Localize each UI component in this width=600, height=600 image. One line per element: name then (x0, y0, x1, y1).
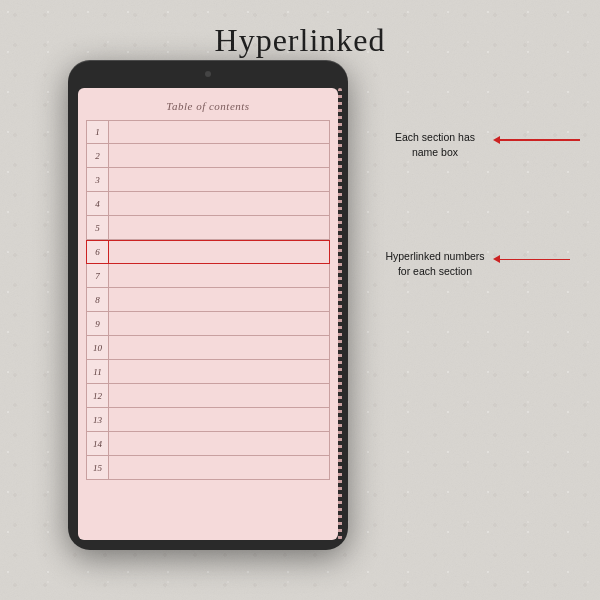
toc-row: 12 (86, 384, 330, 408)
toc-row: 3 (86, 168, 330, 192)
toc-row-number: 14 (87, 432, 109, 455)
toc-row: 2 (86, 144, 330, 168)
toc-row-number: 6 (87, 241, 109, 263)
tablet: Table of contents 123456789101112131415 (68, 60, 348, 550)
toc-row-content (109, 144, 329, 167)
toc-row-number: 9 (87, 312, 109, 335)
page-title: Hyperlinked (0, 0, 600, 59)
tablet-camera (205, 71, 211, 77)
annotation-name-box: Each section has name box (385, 130, 580, 159)
toc-row-content (109, 456, 329, 479)
toc-row-content (109, 241, 329, 263)
toc-row: 7 (86, 264, 330, 288)
toc-row-content (109, 192, 329, 215)
annotation-name-box-arrow (493, 136, 580, 144)
annotation-name-box-text: Each section has name box (385, 130, 485, 159)
toc-row-number: 8 (87, 288, 109, 311)
toc-row: 15 (86, 456, 330, 480)
toc-row-content (109, 312, 329, 335)
arrowhead-icon-2 (493, 255, 500, 263)
toc-row: 4 (86, 192, 330, 216)
toc-row-number: 11 (87, 360, 109, 383)
arrow-line (500, 139, 580, 141)
toc-row-number: 5 (87, 216, 109, 239)
toc-rows: 123456789101112131415 (86, 120, 330, 480)
toc-row-number: 15 (87, 456, 109, 479)
toc-row-content (109, 408, 329, 431)
toc-row-content (109, 288, 329, 311)
annotation-hyperlinked: Hyperlinked numbers for each section (385, 249, 580, 278)
annotation-hyperlinked-text: Hyperlinked numbers for each section (385, 249, 485, 278)
toc-row: 11 (86, 360, 330, 384)
toc-row: 8 (86, 288, 330, 312)
toc-row-content (109, 121, 329, 143)
toc-row-number: 2 (87, 144, 109, 167)
arrow-line-2 (500, 259, 570, 261)
toc-row-content (109, 264, 329, 287)
toc-container: Table of contents 123456789101112131415 (78, 88, 338, 540)
toc-row: 10 (86, 336, 330, 360)
toc-row-content (109, 360, 329, 383)
toc-row: 14 (86, 432, 330, 456)
toc-row: 1 (86, 120, 330, 144)
toc-title: Table of contents (86, 100, 330, 112)
toc-row-number: 7 (87, 264, 109, 287)
toc-row-content (109, 336, 329, 359)
toc-row-number: 13 (87, 408, 109, 431)
toc-row-number: 10 (87, 336, 109, 359)
toc-row: 9 (86, 312, 330, 336)
toc-row: 13 (86, 408, 330, 432)
toc-row-number: 12 (87, 384, 109, 407)
toc-row-content (109, 168, 329, 191)
tablet-side-strip (338, 88, 342, 540)
toc-row-content (109, 384, 329, 407)
toc-row: 5 (86, 216, 330, 240)
toc-row[interactable]: 6 (86, 240, 330, 264)
toc-row-content (109, 216, 329, 239)
arrowhead-icon (493, 136, 500, 144)
tablet-shell: Table of contents 123456789101112131415 (68, 60, 348, 550)
toc-row-content (109, 432, 329, 455)
toc-row-number: 4 (87, 192, 109, 215)
annotation-hyperlinked-arrow (493, 255, 570, 263)
tablet-screen: Table of contents 123456789101112131415 (78, 88, 338, 540)
toc-row-number: 1 (87, 121, 109, 143)
toc-row-number: 3 (87, 168, 109, 191)
annotations: Each section has name box Hyperlinked nu… (385, 130, 580, 369)
